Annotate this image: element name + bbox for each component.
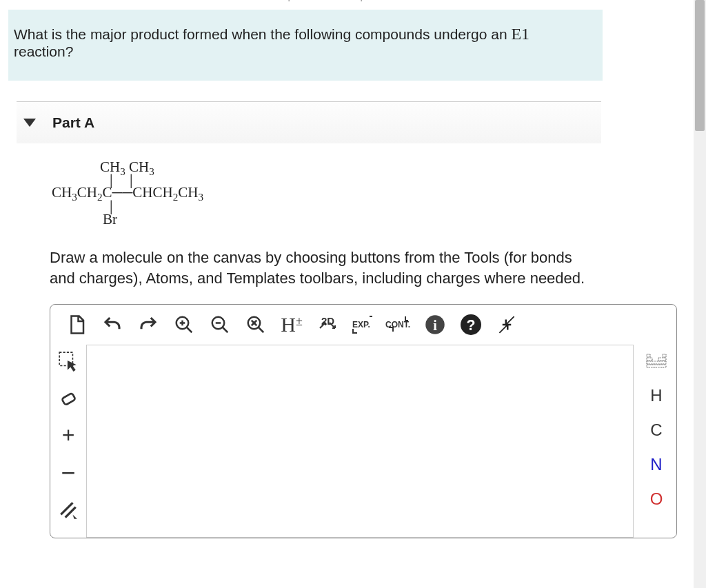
erase-button[interactable]	[53, 383, 83, 414]
2d-view-button[interactable]: 2D	[314, 311, 341, 338]
question-prompt: What is the major product formed when th…	[8, 10, 603, 81]
info-button[interactable]: i	[421, 311, 449, 338]
molecule-editor: H± 2D EXP. CONT. i	[50, 304, 677, 538]
part-label: Part A	[52, 114, 94, 131]
atoms-toolbar: H C N O	[636, 345, 676, 538]
zoom-out-button[interactable]	[206, 311, 234, 338]
svg-text:i: i	[433, 317, 437, 332]
svg-rect-11	[647, 358, 652, 361]
svg-rect-12	[658, 358, 666, 361]
svg-rect-9	[647, 354, 650, 357]
review-link[interactable]: Review	[241, 0, 279, 1]
collapse-icon	[23, 119, 36, 127]
scrollbar-thumb[interactable]	[695, 0, 705, 131]
help-button[interactable]: ?	[457, 311, 485, 338]
constants-link[interactable]: Constants	[299, 0, 352, 1]
separator: |	[288, 0, 290, 1]
marquee-select-button[interactable]	[53, 346, 83, 376]
svg-text:?: ?	[467, 316, 476, 333]
contract-button[interactable]: CONT.	[385, 311, 413, 338]
charge-minus-button[interactable]: −	[53, 458, 83, 488]
atom-h-button[interactable]: H	[641, 381, 672, 411]
bond-button[interactable]	[53, 495, 83, 525]
question-math: E1	[511, 25, 530, 43]
zoom-in-button[interactable]	[170, 311, 198, 338]
atom-c-button[interactable]: C	[641, 415, 672, 445]
atom-n-button[interactable]: N	[641, 449, 672, 480]
redo-button[interactable]	[134, 311, 162, 338]
zoom-reset-button[interactable]	[242, 311, 270, 338]
expand-button[interactable]: EXP.	[350, 311, 377, 338]
svg-rect-10	[663, 354, 666, 357]
undo-button[interactable]	[99, 311, 126, 338]
svg-rect-13	[647, 361, 666, 364]
drawing-canvas[interactable]	[86, 345, 634, 538]
separator: |	[360, 0, 363, 1]
question-text: What is the major product formed when th…	[14, 26, 511, 42]
top-nav: Review | Constants | Periodic Table	[0, 0, 685, 1]
svg-rect-8	[61, 393, 75, 405]
periodic-table-button[interactable]	[641, 346, 672, 376]
atom-o-button[interactable]: O	[641, 484, 672, 514]
fullscreen-button[interactable]	[493, 311, 521, 338]
new-document-button[interactable]	[63, 311, 90, 338]
instructions: Draw a molecule on the canvas by choosin…	[50, 247, 594, 288]
editor-toolbar-top: H± 2D EXP. CONT. i	[50, 305, 676, 345]
svg-rect-14	[647, 365, 666, 367]
tools-toolbar: + −	[50, 345, 86, 538]
charge-plus-button[interactable]: +	[53, 420, 83, 451]
molecule-structure: CH3 CH3 │ │ CH3CH2C──CHCH2CH3 │ Br	[52, 160, 685, 227]
question-text-end: reaction?	[14, 43, 73, 59]
page-scrollbar[interactable]	[694, 0, 706, 588]
hydrogen-toggle-button[interactable]: H±	[278, 311, 305, 338]
periodic-table-link[interactable]: Periodic Table	[371, 0, 444, 1]
part-a-header[interactable]: Part A	[17, 101, 601, 143]
